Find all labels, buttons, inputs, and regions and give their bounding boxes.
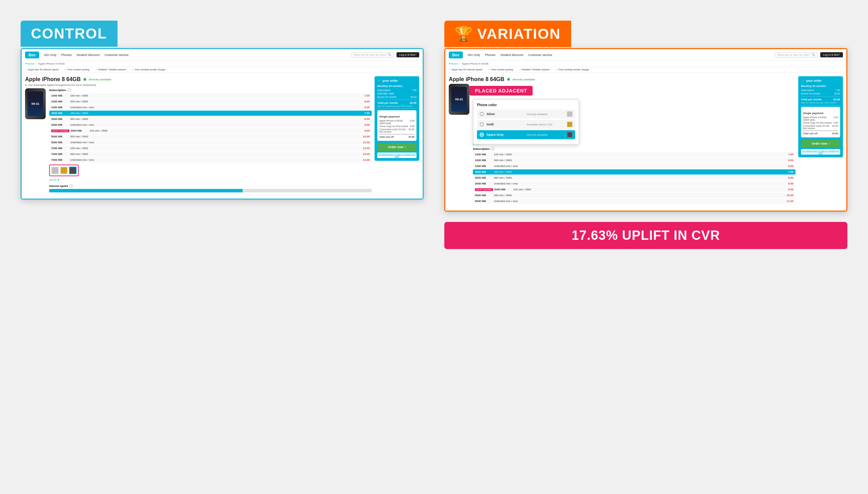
search-placeholder-text: Waar ben je naar op zoek? <box>354 53 387 56</box>
plan-mins: Unlimited min / sms <box>70 158 363 161</box>
pcd-silver[interactable]: Silver Directly available <box>477 110 575 119</box>
plan-price: 8.00 <box>788 159 793 162</box>
control-login[interactable]: Log in Ik Ben° <box>397 52 419 57</box>
plan-row[interactable]: 3000 MB300 min / SMS8.50 <box>473 175 795 180</box>
plan-row[interactable]: 5000 MBUnlimited min / sms11.00 <box>473 199 795 204</box>
var-nav-student[interactable]: Student discount <box>500 53 523 57</box>
var-search-text: Waar ben je naar op zoek? <box>777 53 810 56</box>
plan-price: 9.00 <box>788 188 793 191</box>
uplift-badge: 17.63% UPLIFT IN CVR <box>444 222 847 249</box>
order-link-variation[interactable]: You always have 14 days to change your m… <box>801 149 840 155</box>
plan-row[interactable]: 5000 MBUnlimited min / sms11.00 <box>49 140 372 145</box>
swatch-space-gray[interactable] <box>69 167 77 174</box>
plan-mb: 5000 MB <box>71 129 90 132</box>
var-nav-phones[interactable]: Phones <box>485 53 496 57</box>
plan-row[interactable]: MOST CHOSEN5000 MB100 min / SMS9.00 <box>473 187 795 192</box>
feature-1: Super fast 4G internet speed <box>25 68 58 71</box>
order-now-button-variation[interactable]: Order now › <box>801 139 840 148</box>
plan-mins: 300 min / SMS <box>494 159 788 162</box>
control-search[interactable]: Waar ben je naar op zoek? 🔍 <box>351 52 394 57</box>
pcd-space-gray[interactable]: Space Gray Directly available <box>477 130 575 139</box>
variation-login[interactable]: Log in Ik Ben° <box>820 52 843 57</box>
var-phone-screen: 09:41 <box>451 87 467 112</box>
nav-student[interactable]: Student discount <box>77 53 100 57</box>
plan-row[interactable]: 7000 MB300 min / SMS13.00 <box>49 151 372 157</box>
plan-price: 9.00 <box>788 165 793 168</box>
plan-row[interactable]: 1000 MB300 min / SMS8.00 <box>49 99 372 104</box>
var-sp-total: Total one-off 25.69 <box>803 132 838 135</box>
product-area: 09:41 Subscription i 1000 MB100 min / SM… <box>25 88 372 192</box>
search-icon[interactable]: 🔍 <box>388 53 391 56</box>
breadcrumb-phones[interactable]: Phones <box>25 62 34 65</box>
plan-price: 9.00 <box>364 129 370 132</box>
plan-mb: 7000 MB <box>51 153 70 156</box>
plan-mins: Unlimited min / sms <box>494 182 788 185</box>
order-link-control[interactable]: You always have 14 days to change your m… <box>377 153 416 158</box>
plan-row[interactable]: 1000 MB100 min / SMS7.00 <box>49 93 372 98</box>
plan-price: 9.50 <box>788 182 793 185</box>
control-nav-links: Sim Only Phones Student discount Custome… <box>44 53 129 57</box>
plan-row[interactable]: 5000 MB300 min / SMS10.00 <box>49 134 372 139</box>
plan-row[interactable]: 5000 MB300 min / SMS10.00 <box>473 193 795 198</box>
pcd-title: Phone color <box>477 103 575 107</box>
plan-mins: 100 min / SMS <box>494 153 788 156</box>
eu-note: ■ Your subscription applies throughout t… <box>25 84 372 86</box>
var-breadcrumb-phones[interactable]: Phones <box>449 62 458 65</box>
var-after-text: After 24 months you pay 7.50 a month <box>801 102 840 104</box>
control-plans: 1000 MB100 min / SMS7.001000 MB300 min /… <box>49 93 372 162</box>
var-nav-customer[interactable]: Customer service <box>528 53 552 57</box>
variation-breadcrumb: Phones › Apple iPhone 8 64GB <box>445 61 846 67</box>
plan-mins: 100 min / SMS <box>70 147 363 150</box>
plan-row[interactable]: 1000 MBUnlimited min / sms9.00 <box>49 105 372 110</box>
plan-row[interactable]: 3000 MBUnlimited min / sms9.50 <box>49 122 372 127</box>
internet-info-icon[interactable]: i <box>69 184 73 188</box>
color-swatches-control[interactable] <box>49 165 79 176</box>
plan-mb: 1000 MB <box>475 159 494 162</box>
arrow-icon: › <box>405 145 406 149</box>
plan-row[interactable]: 3000 MB300 min / SMS8.50 <box>49 116 372 122</box>
plan-price: 12.00 <box>363 147 370 150</box>
availability-dot <box>84 78 86 81</box>
swatch-silver[interactable] <box>51 167 59 174</box>
order-total: Total per month 33.50 <box>377 101 416 104</box>
var-subscription-info-icon[interactable]: i <box>491 147 494 150</box>
swatch-gold[interactable] <box>60 167 68 174</box>
plan-row[interactable]: 3000 MB100 min / SMS7.50 <box>49 111 372 116</box>
variation-content: Apple iPhone 8 64GB Directly available 0… <box>445 73 846 211</box>
nav-customer[interactable]: Customer service <box>104 53 129 57</box>
order-now-button-control[interactable]: Order now › <box>377 143 416 151</box>
order-row-sms: 3000 MB / SMS <box>377 92 416 95</box>
plan-mins: 100 min / SMS <box>494 170 788 173</box>
var-search-icon[interactable]: 🔍 <box>812 53 815 56</box>
subscription-info-icon[interactable]: i <box>67 88 71 92</box>
phone-color-dropdown: Phone color Silver Directly available <box>473 99 579 145</box>
plan-row[interactable]: 7000 MBUnlimited min / sms14.00 <box>49 157 372 162</box>
plan-row[interactable]: 7000 MB100 min / SMS12.00 <box>49 146 372 151</box>
control-label: CONTROL <box>21 21 118 47</box>
sp-row-0: Apple iPhone 8 64GB, space gray 0.00 <box>379 120 414 124</box>
pcd-radio-gold <box>480 122 484 126</box>
var-sp-row-2: Connection costs On the first invoice 20… <box>803 125 838 130</box>
plan-mins: Unlimited min / sms <box>70 123 364 126</box>
phone-image-control: 09:41 <box>25 88 46 119</box>
plan-row[interactable]: 1000 MB100 min / SMS7.00 <box>473 152 795 157</box>
var-availability-dot <box>507 78 510 81</box>
plan-row[interactable]: 1000 MB300 min / SMS8.00 <box>473 158 795 163</box>
plan-row[interactable]: 3000 MB100 min / SMS7.50 <box>473 169 795 175</box>
plan-row[interactable]: 1000 MBUnlimited min / sms9.00 <box>473 164 795 169</box>
sp-row-1: Home copy On first invoice 5.69 <box>379 125 414 127</box>
nav-sim-only[interactable]: Sim Only <box>44 53 57 57</box>
variation-search[interactable]: Waar ben je naar op zoek? 🔍 <box>775 52 817 57</box>
plan-mb: 3000 MB <box>475 170 494 173</box>
var-feature-3: Reliable T-Mobile network <box>519 68 549 71</box>
plan-row[interactable]: MOST CHOSEN5000 MB100 min / SMS9.00 <box>49 128 372 133</box>
control-features: Super fast 4G internet speed Free number… <box>22 67 423 73</box>
plan-price: 9.00 <box>364 106 370 109</box>
nav-phones[interactable]: Phones <box>61 53 72 57</box>
plan-price: 8.50 <box>788 176 793 179</box>
plan-mins: 100 min / SMS <box>70 112 364 115</box>
prices-toggle-control[interactable]: prices ▼ <box>49 178 372 181</box>
pcd-gold[interactable]: Gold Available March 11th <box>477 120 575 129</box>
plan-row[interactable]: 3000 MBUnlimited min / sms9.50 <box>473 181 795 186</box>
var-nav-sim-only[interactable]: Sim Only <box>468 53 480 57</box>
